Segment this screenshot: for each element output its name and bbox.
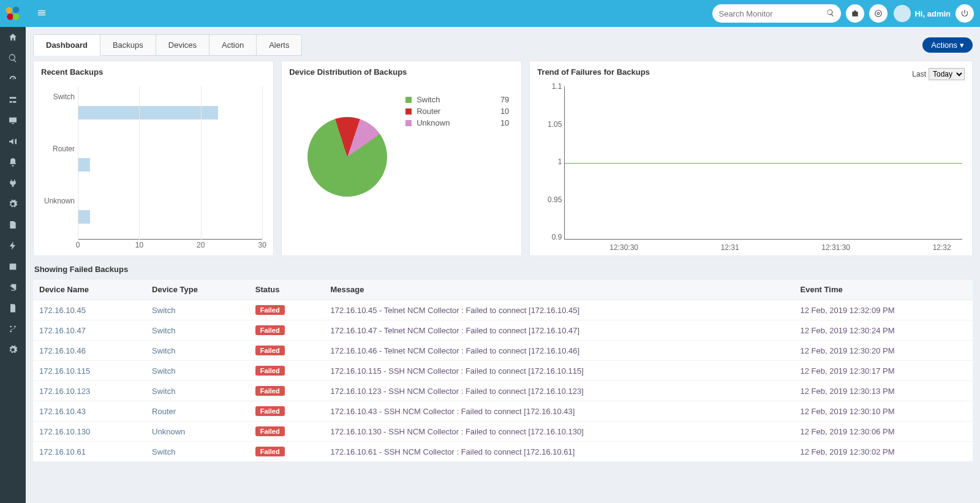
- table-row: 172.16.10.46 Switch Failed 172.16.10.46 …: [33, 341, 973, 361]
- device-link[interactable]: 172.16.10.47: [39, 326, 86, 335]
- col-device[interactable]: Device Name: [33, 279, 146, 300]
- trend-chart: 0.90.9511.051.112:30:3012:3112:31:3012:3…: [537, 80, 965, 252]
- distribution-pie-chart: [307, 117, 387, 197]
- failed-backups-table: Device Name Device Type Status Message E…: [33, 279, 973, 462]
- table-row: 172.16.10.45 Switch Failed 172.16.10.45 …: [33, 300, 973, 320]
- device-link[interactable]: 172.16.10.61: [39, 447, 86, 456]
- help-button[interactable]: [869, 4, 888, 23]
- search-icon[interactable]: [826, 9, 835, 19]
- col-time[interactable]: Event Time: [794, 279, 973, 300]
- app-logo: [0, 0, 26, 27]
- greeting-label: Hi, admin: [914, 9, 951, 18]
- nav-doc-icon[interactable]: [0, 298, 26, 319]
- tab-action[interactable]: Action: [209, 35, 257, 55]
- device-link[interactable]: 172.16.10.115: [39, 366, 90, 376]
- distribution-legend: Switch79Router10Unknown10: [387, 80, 514, 203]
- message-cell: 172.16.10.43 - SSH NCM Collector : Faile…: [325, 401, 794, 422]
- chevron-down-icon: ▾: [960, 40, 964, 50]
- type-link[interactable]: Switch: [152, 366, 175, 376]
- status-badge: Failed: [255, 406, 285, 416]
- table-row: 172.16.10.130 Unknown Failed 172.16.10.1…: [33, 422, 973, 442]
- nav-settings-icon[interactable]: [0, 339, 26, 360]
- status-badge: Failed: [255, 366, 285, 376]
- legend-item: Unknown10: [405, 118, 509, 127]
- type-link[interactable]: Switch: [152, 387, 175, 396]
- panel-recent-backups: Recent Backups SwitchRouterUnknown 01020…: [33, 61, 274, 256]
- message-cell: 172.16.10.46 - Telnet NCM Collector : Fa…: [325, 341, 794, 361]
- col-type[interactable]: Device Type: [146, 279, 249, 300]
- device-link[interactable]: 172.16.10.130: [39, 427, 90, 436]
- time-cell: 12 Feb, 2019 12:30:20 PM: [794, 341, 973, 361]
- message-cell: 172.16.10.123 - SSH NCM Collector : Fail…: [325, 381, 794, 401]
- time-cell: 12 Feb, 2019 12:30:17 PM: [794, 361, 973, 381]
- device-link[interactable]: 172.16.10.123: [39, 387, 90, 396]
- time-cell: 12 Feb, 2019 12:30:10 PM: [794, 401, 973, 422]
- tab-bar: DashboardBackupsDevicesActionAlerts: [33, 34, 302, 56]
- nav-announce-icon[interactable]: [0, 131, 26, 152]
- device-link[interactable]: 172.16.10.45: [39, 306, 86, 315]
- status-badge: Failed: [255, 325, 285, 335]
- type-link[interactable]: Switch: [152, 306, 175, 315]
- svg-point-3: [13, 13, 20, 20]
- status-badge: Failed: [255, 386, 285, 396]
- menu-toggle-icon[interactable]: [32, 3, 51, 25]
- panel-title: Trend of Failures for Backups: [537, 67, 650, 77]
- status-badge: Failed: [255, 346, 285, 355]
- nav-calendar-icon[interactable]: [0, 256, 26, 277]
- search-input[interactable]: [718, 9, 826, 18]
- search-input-wrapper[interactable]: [712, 4, 841, 23]
- time-cell: 12 Feb, 2019 12:30:06 PM: [794, 422, 973, 442]
- tab-devices[interactable]: Devices: [156, 35, 209, 55]
- panel-title: Recent Backups: [41, 67, 266, 77]
- svg-point-4: [875, 10, 882, 17]
- time-cell: 12 Feb, 2019 12:30:02 PM: [794, 442, 973, 462]
- nav-search-icon[interactable]: [0, 48, 26, 69]
- type-link[interactable]: Unknown: [152, 427, 185, 436]
- svg-point-2: [7, 13, 13, 20]
- table-row: 172.16.10.47 Switch Failed 172.16.10.47 …: [33, 320, 973, 341]
- type-link[interactable]: Switch: [152, 346, 175, 355]
- tab-backups[interactable]: Backups: [100, 35, 156, 55]
- type-link[interactable]: Router: [152, 407, 176, 416]
- power-button[interactable]: [956, 4, 974, 23]
- message-cell: 172.16.10.130 - SSH NCM Collector : Fail…: [325, 422, 794, 442]
- tab-dashboard[interactable]: Dashboard: [34, 35, 100, 56]
- briefcase-button[interactable]: [846, 4, 864, 23]
- table-row: 172.16.10.61 Switch Failed 172.16.10.61 …: [33, 442, 973, 462]
- message-cell: 172.16.10.47 - Telnet NCM Collector : Fa…: [325, 320, 794, 341]
- panel-distribution: Device Distribution of Backups Switch79R…: [281, 61, 522, 256]
- nav-dashboard-icon[interactable]: [0, 69, 26, 89]
- table-row: 172.16.10.43 Router Failed 172.16.10.43 …: [33, 401, 973, 422]
- col-message[interactable]: Message: [325, 279, 794, 300]
- actions-label: Actions: [931, 40, 957, 50]
- svg-point-1: [13, 7, 20, 13]
- nav-home-icon[interactable]: [0, 27, 26, 48]
- nav-copy-icon[interactable]: [0, 277, 26, 298]
- nav-monitor-icon[interactable]: [0, 110, 26, 131]
- nav-network-icon[interactable]: [0, 89, 26, 110]
- panel-trend: Trend of Failures for Backups Last Today…: [529, 61, 973, 256]
- avatar[interactable]: [894, 5, 911, 22]
- trend-range-select[interactable]: Today: [929, 68, 965, 80]
- nav-bell-icon[interactable]: [0, 152, 26, 173]
- recent-backups-chart: SwitchRouterUnknown 0102030: [41, 80, 266, 252]
- nav-gears-icon[interactable]: [0, 194, 26, 214]
- nav-bolt-icon[interactable]: [0, 235, 26, 256]
- topbar: Hi, admin: [26, 0, 980, 27]
- time-cell: 12 Feb, 2019 12:32:09 PM: [794, 300, 973, 320]
- col-status[interactable]: Status: [249, 279, 325, 300]
- nav-plug-icon[interactable]: [0, 173, 26, 194]
- nav-backup-icon[interactable]: [0, 214, 26, 235]
- legend-item: Router10: [405, 107, 509, 116]
- time-cell: 12 Feb, 2019 12:30:13 PM: [794, 381, 973, 401]
- type-link[interactable]: Switch: [152, 326, 175, 335]
- device-link[interactable]: 172.16.10.46: [39, 346, 86, 355]
- table-row: 172.16.10.123 Switch Failed 172.16.10.12…: [33, 381, 973, 401]
- message-cell: 172.16.10.61 - SSH NCM Collector : Faile…: [325, 442, 794, 462]
- nav-branch-icon[interactable]: [0, 319, 26, 339]
- actions-button[interactable]: Actions ▾: [922, 37, 973, 53]
- svg-point-5: [878, 12, 880, 15]
- tab-alerts[interactable]: Alerts: [257, 35, 301, 55]
- type-link[interactable]: Switch: [152, 447, 175, 456]
- device-link[interactable]: 172.16.10.43: [39, 407, 86, 416]
